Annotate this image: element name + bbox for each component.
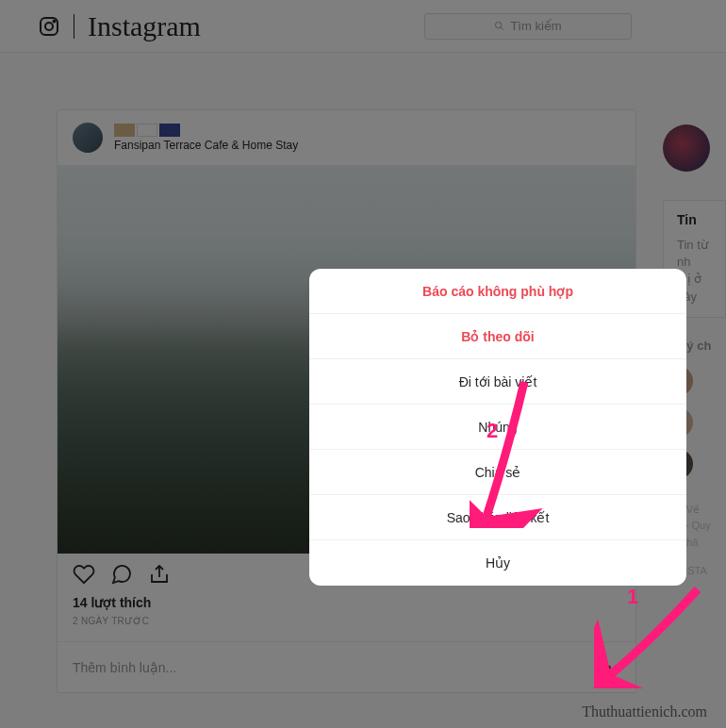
options-modal: Báo cáo không phù hợpBỏ theo dõiĐi tới b… bbox=[309, 269, 686, 586]
modal-option[interactable]: Hủy bbox=[309, 540, 686, 586]
modal-overlay[interactable]: Báo cáo không phù hợpBỏ theo dõiĐi tới b… bbox=[0, 0, 726, 728]
modal-option[interactable]: Báo cáo không phù hợp bbox=[309, 269, 686, 314]
modal-option[interactable]: Sao chép liên kết bbox=[309, 495, 686, 540]
modal-option[interactable]: Đi tới bài viết bbox=[309, 359, 686, 405]
watermark: Thuthuattienich.com bbox=[582, 703, 707, 720]
modal-option[interactable]: Chia sẻ bbox=[309, 450, 686, 495]
modal-option[interactable]: Nhúng bbox=[309, 405, 686, 450]
modal-option[interactable]: Bỏ theo dõi bbox=[309, 314, 686, 359]
